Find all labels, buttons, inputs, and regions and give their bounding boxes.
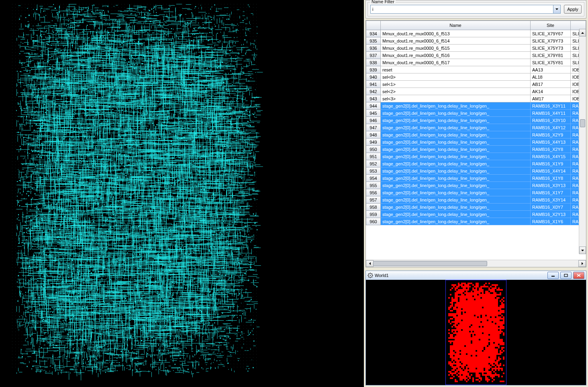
row-number[interactable]: 944 bbox=[366, 102, 381, 110]
scroll-up-button[interactable] bbox=[579, 29, 586, 37]
row-number[interactable]: 947 bbox=[366, 124, 381, 131]
cell-name[interactable]: stage_gen2[0].del_line/gen_long.delay_li… bbox=[381, 102, 531, 110]
table-row[interactable]: 943sel<3>AM17IOB bbox=[366, 95, 586, 102]
table-row[interactable]: 956stage_gen2[0].del_line/gen_long.delay… bbox=[366, 189, 586, 196]
cell-site[interactable]: RAMB16_X1Y9 bbox=[531, 160, 571, 167]
cell-name[interactable]: stage_gen2[0].del_line/gen_long.delay_li… bbox=[381, 146, 531, 153]
horizontal-scroll-thumb[interactable] bbox=[373, 261, 487, 266]
cell-name[interactable]: stage_gen2[0].del_line/gen_long.delay_li… bbox=[381, 196, 531, 204]
cell-site[interactable]: AM17 bbox=[531, 95, 571, 102]
table-row[interactable]: 946stage_gen2[0].del_line/gen_long.delay… bbox=[366, 117, 586, 124]
table-row[interactable]: 947stage_gen2[0].del_line/gen_long.delay… bbox=[366, 124, 586, 131]
cell-name[interactable]: stage_gen2[0].del_line/gen_long.delay_li… bbox=[381, 211, 531, 218]
table-row[interactable]: 940sel<0>AL18IOB bbox=[366, 73, 586, 81]
filter-input[interactable] bbox=[371, 5, 553, 13]
cell-name[interactable]: sel<1> bbox=[381, 81, 531, 88]
cell-site[interactable]: RAMB16_X2Y9 bbox=[531, 131, 571, 139]
vertical-scroll-thumb[interactable] bbox=[580, 119, 585, 127]
cell-site[interactable]: SLICE_X79Y67 bbox=[531, 30, 571, 37]
table-row[interactable]: 959stage_gen2[0].del_line/gen_long.delay… bbox=[366, 211, 586, 218]
row-number[interactable]: 934 bbox=[366, 30, 381, 37]
cell-name[interactable]: stage_gen2[0].del_line/gen_long.delay_li… bbox=[381, 131, 531, 139]
cell-site[interactable]: AL18 bbox=[531, 73, 571, 81]
table-row[interactable]: 944stage_gen2[0].del_line/gen_long.delay… bbox=[366, 102, 586, 110]
cell-name[interactable]: stage_gen2[0].del_line/gen_long.delay_li… bbox=[381, 167, 531, 175]
cell-site[interactable]: RAMB16_X1Y7 bbox=[531, 189, 571, 196]
cell-site[interactable]: RAMB16_X1Y8 bbox=[531, 175, 571, 182]
row-number[interactable]: 950 bbox=[366, 146, 381, 153]
column-header-name[interactable]: Name bbox=[381, 21, 531, 30]
cell-name[interactable]: Mmux_dout1.re_mux0000_6_f515 bbox=[381, 45, 531, 52]
table-row[interactable]: 960stage_gen2[0].del_line/gen_long.delay… bbox=[366, 218, 586, 225]
cell-site[interactable]: SLICE_X75Y81 bbox=[531, 59, 571, 66]
cell-name[interactable]: stage_gen2[0].del_line/gen_long.delay_li… bbox=[381, 139, 531, 146]
table-row[interactable]: 949stage_gen2[0].del_line/gen_long.delay… bbox=[366, 139, 586, 146]
cell-name[interactable]: Mmux_dout1.re_mux0000_6_f517 bbox=[381, 59, 531, 66]
cell-site[interactable]: RAMB16_X4Y13 bbox=[531, 139, 571, 146]
apply-button[interactable]: Apply bbox=[564, 5, 582, 14]
scroll-right-button[interactable] bbox=[578, 260, 586, 267]
table-row[interactable]: 941sel<1>AB17IOB bbox=[366, 81, 586, 88]
table-row[interactable]: 945stage_gen2[0].del_line/gen_long.delay… bbox=[366, 110, 586, 117]
world-overview-body[interactable] bbox=[366, 280, 586, 385]
scroll-down-button[interactable] bbox=[579, 246, 586, 254]
cell-name[interactable]: stage_gen2[0].del_line/gen_long.delay_li… bbox=[381, 153, 531, 160]
row-number[interactable]: 948 bbox=[366, 131, 381, 139]
table-row[interactable]: 948stage_gen2[0].del_line/gen_long.delay… bbox=[366, 131, 586, 139]
cell-site[interactable]: RAMB16_X1Y6 bbox=[531, 218, 571, 225]
vertical-scrollbar[interactable] bbox=[579, 29, 586, 254]
row-number[interactable]: 959 bbox=[366, 211, 381, 218]
row-number[interactable]: 946 bbox=[366, 117, 381, 124]
cell-name[interactable]: Mmux_dout1.re_mux0000_6_f514 bbox=[381, 37, 531, 45]
row-number[interactable]: 954 bbox=[366, 175, 381, 182]
row-number[interactable]: 943 bbox=[366, 95, 381, 102]
cell-site[interactable]: RAMB16_X4Y15 bbox=[531, 153, 571, 160]
world-titlebar[interactable]: World1 bbox=[366, 271, 586, 280]
cell-name[interactable]: stage_gen2[0].del_line/gen_long.delay_li… bbox=[381, 182, 531, 189]
table-row[interactable]: 951stage_gen2[0].del_line/gen_long.delay… bbox=[366, 153, 586, 160]
cell-site[interactable]: AB17 bbox=[531, 81, 571, 88]
row-number[interactable]: 941 bbox=[366, 81, 381, 88]
cell-name[interactable]: stage_gen2[0].del_line/gen_long.delay_li… bbox=[381, 117, 531, 124]
table-row[interactable]: 955stage_gen2[0].del_line/gen_long.delay… bbox=[366, 182, 586, 189]
table-row[interactable]: 936Mmux_dout1.re_mux0000_6_f515SLICE_X75… bbox=[366, 45, 586, 52]
row-number[interactable]: 957 bbox=[366, 196, 381, 204]
cell-site[interactable]: RAMB16_X3Y13 bbox=[531, 182, 571, 189]
cell-name[interactable]: sel<3> bbox=[381, 95, 531, 102]
rowhead-corner[interactable] bbox=[366, 21, 381, 30]
cell-site[interactable]: RAMB16_X3Y14 bbox=[531, 196, 571, 204]
cell-site[interactable]: RAMB16_X4Y11 bbox=[531, 110, 571, 117]
table-row[interactable]: 935Mmux_dout1.re_mux0000_6_f514SLICE_X79… bbox=[366, 37, 586, 45]
fpga-device-view[interactable] bbox=[0, 0, 364, 387]
cell-site[interactable]: AA13 bbox=[531, 66, 571, 73]
cell-site[interactable]: RAMB16_X3Y11 bbox=[531, 102, 571, 110]
cell-site[interactable]: RAMB16_X0Y7 bbox=[531, 204, 571, 211]
row-number[interactable]: 958 bbox=[366, 204, 381, 211]
cell-name[interactable]: stage_gen2[0].del_line/gen_long.delay_li… bbox=[381, 124, 531, 131]
cell-name[interactable]: stage_gen2[0].del_line/gen_long.delay_li… bbox=[381, 204, 531, 211]
row-number[interactable]: 952 bbox=[366, 160, 381, 167]
table-row[interactable]: 942sel<2>AK14IOB bbox=[366, 88, 586, 95]
table-row[interactable]: 937Mmux_dout1.re_mux0000_6_f516SLICE_X79… bbox=[366, 52, 586, 59]
cell-site[interactable]: RAMB16_X4Y12 bbox=[531, 124, 571, 131]
close-button[interactable] bbox=[573, 272, 584, 279]
row-number[interactable]: 953 bbox=[366, 167, 381, 175]
routing-canvas[interactable] bbox=[0, 0, 364, 387]
row-number[interactable]: 938 bbox=[366, 59, 381, 66]
table-row[interactable]: 950stage_gen2[0].del_line/gen_long.delay… bbox=[366, 146, 586, 153]
cell-name[interactable]: Mmux_dout1.re_mux0000_6_f513 bbox=[381, 30, 531, 37]
cell-site[interactable]: SLICE_X79Y73 bbox=[531, 37, 571, 45]
row-number[interactable]: 936 bbox=[366, 45, 381, 52]
cell-name[interactable]: sel<0> bbox=[381, 73, 531, 81]
cell-name[interactable]: stage_gen2[0].del_line/gen_long.delay_li… bbox=[381, 218, 531, 225]
scroll-left-button[interactable] bbox=[366, 260, 374, 267]
minimize-button[interactable] bbox=[547, 272, 559, 279]
table-row[interactable]: 954stage_gen2[0].del_line/gen_long.delay… bbox=[366, 175, 586, 182]
filter-dropdown-button[interactable] bbox=[553, 5, 560, 13]
cell-site[interactable]: RAMB16_X3Y10 bbox=[531, 117, 571, 124]
row-number[interactable]: 942 bbox=[366, 88, 381, 95]
table-row[interactable]: 939resetAA13IOB bbox=[366, 66, 586, 73]
row-number[interactable]: 940 bbox=[366, 73, 381, 81]
cell-site[interactable]: RAMB16_X2Y13 bbox=[531, 211, 571, 218]
row-number[interactable]: 951 bbox=[366, 153, 381, 160]
